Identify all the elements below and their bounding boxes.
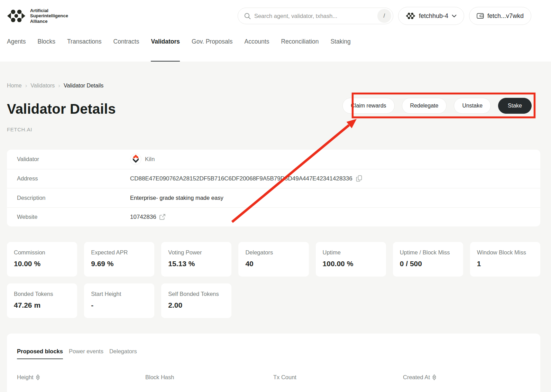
stat-card-delegators: Delegators 40: [238, 242, 309, 277]
main-nav: Agents Blocks Transactions Contracts Val…: [0, 32, 551, 62]
header: Artificial Superintelligence Alliance /: [0, 0, 551, 32]
brand-logo[interactable]: Artificial Superintelligence Alliance: [7, 8, 68, 24]
info-label-address: Address: [17, 175, 130, 182]
stat-label: Expected APR: [91, 249, 147, 256]
nav-contracts[interactable]: Contracts: [113, 38, 139, 62]
asi-logo-icon: [7, 9, 26, 22]
column-label: Block Hash: [145, 374, 174, 381]
validator-description: Enterprise- grade staking made easy: [130, 195, 223, 201]
blocks-table-header: Height Block Hash Tx Count Created At: [17, 374, 540, 381]
tab-delegators[interactable]: Delegators: [109, 348, 137, 359]
breadcrumb-separator: ›: [25, 82, 27, 89]
validator-details-page: Artificial Superintelligence Alliance /: [0, 0, 551, 392]
stat-value: 100.00 %: [323, 260, 379, 268]
info-row-address: Address CD88E47E090762A28152DF5B716C6DF2…: [7, 169, 540, 188]
search-shortcut-badge: /: [377, 9, 391, 23]
column-header-height[interactable]: Height: [17, 374, 145, 381]
info-label-description: Description: [17, 195, 130, 201]
brand-name: Artificial Superintelligence Alliance: [30, 8, 68, 24]
search-input[interactable]: [254, 13, 377, 19]
tab-proposed-blocks[interactable]: Proposed blocks: [17, 348, 63, 359]
sort-icon[interactable]: [36, 374, 40, 380]
info-row-validator: Validator Kiln: [7, 150, 540, 169]
search-icon: [244, 13, 251, 19]
stat-value: 15.13 %: [168, 260, 224, 268]
column-label: Tx Count: [273, 374, 296, 381]
page-title: Validator Details: [7, 101, 116, 117]
stat-value: 2.00: [168, 301, 224, 309]
stat-label: Uptime: [323, 249, 379, 256]
stat-value: 1: [477, 260, 533, 268]
stake-button[interactable]: Stake: [498, 98, 532, 114]
nav-agents[interactable]: Agents: [7, 38, 26, 62]
breadcrumb: Home › Validators › Validator Details: [7, 82, 540, 89]
wallet-button[interactable]: fetch...v7wkd: [469, 7, 531, 25]
nav-accounts[interactable]: Accounts: [244, 38, 269, 62]
copy-address-button[interactable]: [356, 175, 362, 182]
stat-label: Commission: [14, 249, 70, 256]
stat-label: Self Bonded Tokens: [168, 291, 224, 297]
brand-line-1: Artificial: [30, 8, 68, 13]
column-header-created-at[interactable]: Created At: [403, 374, 540, 381]
stat-label: Bonded Tokens: [14, 291, 70, 297]
info-label-validator: Validator: [17, 156, 130, 162]
stat-card-bonded-tokens: Bonded Tokens 47.26 m: [7, 283, 77, 318]
nav-transactions[interactable]: Transactions: [67, 38, 102, 62]
nav-gov-proposals[interactable]: Gov. Proposals: [192, 38, 232, 62]
stat-label: Window Block Miss: [477, 249, 533, 256]
copy-icon: [356, 175, 362, 182]
validator-address: CD88E47E090762A28152DF5B716C6DF20068F9A5…: [130, 175, 352, 182]
website-value: 10742836: [130, 214, 156, 221]
stat-value: 0 / 500: [400, 260, 456, 268]
column-header-block-hash: Block Hash: [145, 374, 273, 381]
tab-power-events[interactable]: Power events: [69, 348, 103, 359]
info-row-description: Description Enterprise- grade staking ma…: [7, 188, 540, 207]
network-name: fetchhub-4: [419, 12, 448, 20]
stat-card-commission: Commission 10.00 %: [7, 242, 77, 277]
stats-cards: Commission 10.00 % Expected APR 9.69 % V…: [7, 242, 540, 318]
kiln-logo-icon: [130, 153, 141, 165]
redelegate-button[interactable]: Redelegate: [402, 98, 447, 114]
nav-validators[interactable]: Validators: [151, 38, 180, 62]
website-link[interactable]: 10742836: [130, 214, 166, 221]
nav-blocks[interactable]: Blocks: [37, 38, 55, 62]
info-label-website: Website: [17, 214, 130, 220]
nav-reconciliation[interactable]: Reconciliation: [281, 38, 319, 62]
wallet-address: fetch...v7wkd: [487, 12, 524, 20]
breadcrumb-home[interactable]: Home: [7, 83, 22, 89]
stat-card-window-block-miss: Window Block Miss 1: [470, 242, 540, 277]
stat-card-uptime: Uptime 100.00 %: [316, 242, 386, 277]
stat-label: Delegators: [245, 249, 302, 256]
stat-card-start-height: Start Height -: [84, 283, 154, 318]
claim-rewards-button[interactable]: Claim rewards: [342, 98, 394, 114]
stat-value: 10.00 %: [14, 260, 70, 268]
validator-name[interactable]: Kiln: [145, 156, 155, 163]
blocks-tabs: Proposed blocks Power events Delegators: [17, 348, 540, 359]
breadcrumb-separator: ›: [58, 82, 60, 89]
column-label: Height: [17, 374, 34, 381]
validator-org-label: FETCH.AI: [7, 127, 540, 132]
external-link-icon: [159, 214, 166, 220]
wallet-icon: [477, 13, 484, 19]
network-selector[interactable]: fetchhub-4: [398, 7, 464, 25]
stat-value: 40: [245, 260, 302, 268]
network-logo-icon: [406, 12, 415, 19]
column-label: Created At: [403, 374, 430, 381]
stat-card-expected-apr: Expected APR 9.69 %: [84, 242, 154, 277]
stat-value: 9.69 %: [91, 260, 147, 268]
stat-card-voting-power: Voting Power 15.13 %: [161, 242, 231, 277]
unstake-button[interactable]: Unstake: [454, 98, 491, 114]
action-buttons: Claim rewards Redelegate Unstake Stake: [342, 98, 532, 114]
breadcrumb-validators[interactable]: Validators: [30, 83, 55, 89]
nav-staking[interactable]: Staking: [330, 38, 350, 62]
validator-info-panel: Validator Kiln Address: [7, 150, 540, 226]
stat-label: Uptime / Block Miss: [400, 249, 456, 256]
chevron-down-icon: [452, 15, 457, 18]
sort-icon[interactable]: [432, 374, 436, 380]
stat-card-uptime-block-miss: Uptime / Block Miss 0 / 500: [393, 242, 463, 277]
brand-line-3: Alliance: [30, 19, 68, 24]
content-area: Home › Validators › Validator Details Va…: [0, 62, 551, 392]
stat-value: -: [91, 301, 147, 309]
title-row: Validator Details Claim rewards Redelega…: [7, 101, 540, 117]
search-bar[interactable]: /: [238, 8, 393, 24]
